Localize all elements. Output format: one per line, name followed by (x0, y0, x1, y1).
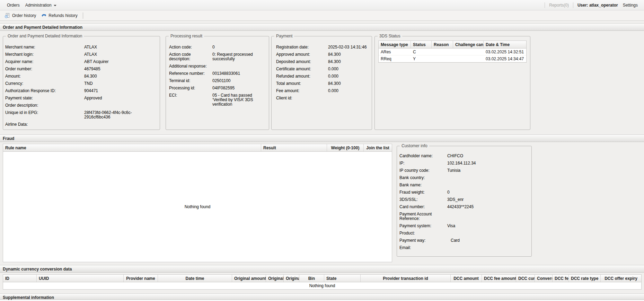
field-label: Terminal id: (169, 79, 212, 83)
column-header-challenge-cancel[interactable]: Challenge cancel (453, 41, 484, 48)
column-header-result[interactable]: Result (261, 144, 327, 151)
table-row[interactable]: RReq Y 03.02.2025 14:34:47 (379, 55, 526, 62)
field-row: Bank name: (399, 183, 529, 187)
column-header-id[interactable]: ID (3, 275, 37, 282)
column-header-original-currency[interactable]: Original c (284, 275, 299, 282)
field-row: Additional response: (169, 64, 266, 69)
field-value: 3DS_enr (447, 197, 464, 202)
column-header-reason[interactable]: Reason (432, 41, 453, 48)
toolbar: Order history Refunds history (0, 10, 644, 21)
payment-legend: Payment (274, 34, 294, 38)
column-header-weight[interactable]: Weight (0-100) (327, 144, 364, 151)
order-detail-legend: Order and Payment Detailed Information (6, 34, 84, 38)
field-row: Airline Data: (5, 122, 157, 127)
tds-status-table: Message type Status Reason Challenge can… (378, 41, 527, 63)
field-label: IP country code: (399, 168, 447, 173)
column-header-original-fee[interactable]: Original f (266, 275, 284, 282)
field-label: Order description: (5, 103, 84, 108)
menu-administration-label: Administration (25, 3, 52, 8)
column-header-provider-transaction-id[interactable]: Provider transaction id (361, 275, 451, 282)
fraud-table-header: Rule name Result Weight (0-100) Join the… (3, 144, 392, 152)
column-header-status[interactable]: Status (411, 41, 432, 48)
field-label: Payment Account Reference: (399, 212, 438, 221)
field-label: Certificate amount: (276, 67, 328, 71)
field-row: Card number:442433**2245 (399, 205, 529, 209)
refunds-history-icon (41, 13, 46, 18)
field-label: Payment system: (399, 224, 447, 228)
column-header-dcc-offer-expiry[interactable]: DCC offer expiry (601, 275, 641, 282)
field-label: Client id: (276, 96, 328, 100)
column-header-bin[interactable]: Bin (299, 275, 324, 282)
field-value: 2025-02-03 14:31:46 (328, 45, 367, 50)
column-header-dcc-amount[interactable]: DCC amount (451, 275, 482, 282)
field-value: 0 (447, 190, 450, 195)
cell-status: Y (411, 55, 432, 62)
field-label: Card number: (399, 205, 447, 209)
field-value: 84.300 (84, 74, 97, 79)
supplemental-section-title: Supplemental information (3, 295, 54, 300)
menubar: Orders Administration Reports(0) User: a… (0, 0, 644, 10)
column-header-uuid[interactable]: UUID (37, 275, 124, 282)
field-label: Authorization Response ID: (5, 89, 84, 93)
column-header-message-type[interactable]: Message type (379, 41, 411, 48)
menu-settings[interactable]: Settings (622, 1, 638, 9)
field-value: 442433**2245 (447, 205, 474, 209)
field-value: ATLAX (84, 52, 97, 57)
column-header-provider-name[interactable]: Provider name (124, 275, 158, 282)
chevron-down-icon (54, 5, 56, 6)
column-header-rule-name[interactable]: Rule name (3, 144, 261, 151)
column-header-dcc-fee[interactable]: DCC fee (553, 275, 569, 282)
field-label: Registration date: (276, 45, 328, 50)
field-label: Fee amount: (276, 89, 328, 93)
field-row: Processing id:04IF082595 (169, 86, 266, 90)
field-label: Product: (399, 231, 447, 236)
column-header-conversion-rate[interactable]: Conversi (535, 275, 553, 282)
field-row: Payment Account Reference: (399, 212, 529, 221)
column-header-state[interactable]: State (324, 275, 361, 282)
field-label: Payment state: (5, 96, 84, 100)
field-label: Airline Data: (5, 122, 84, 127)
cell-challenge-cancel (453, 55, 484, 62)
column-header-join-the-list[interactable]: Join the list (364, 144, 392, 151)
field-label: Fraud weight: (399, 190, 447, 195)
field-label: Refunded amount: (276, 74, 328, 79)
cell-status: C (411, 48, 432, 55)
field-value: Visa (447, 224, 455, 228)
dcc-empty-message: Nothing found (3, 282, 641, 289)
menubar-separator (545, 2, 545, 8)
supplemental-section-header: Supplemental information (0, 293, 644, 300)
menu-orders[interactable]: Orders (4, 1, 23, 9)
order-history-button[interactable]: Order history (2, 12, 38, 19)
order-section-title: Order and Payment Detailed Information (3, 25, 82, 30)
field-value: 0.000 (328, 74, 338, 79)
menu-orders-label: Orders (7, 3, 20, 8)
field-row: 3DS/SSL:3DS_enr (399, 197, 529, 202)
order-history-label: Order history (12, 13, 36, 18)
cell-reason (432, 48, 453, 55)
field-label: Order number: (5, 67, 84, 71)
fraud-section-title: Fraud (3, 136, 14, 141)
column-header-original-amount[interactable]: Original amount (232, 275, 266, 282)
cell-reason (432, 55, 453, 62)
menu-administration[interactable]: Administration (23, 1, 59, 9)
column-header-dcc-currency[interactable]: DCC curr (516, 275, 535, 282)
field-row: ECI:05 - Card has passed ‘Verified by VI… (169, 93, 266, 107)
field-row: Acquirer name:ABT Acquirer (5, 60, 157, 64)
field-value: 84.300 (328, 52, 341, 57)
table-row[interactable]: ARes C 03.02.2025 14:32:51 (379, 48, 526, 55)
cell-message-type: RReq (379, 55, 411, 62)
refunds-history-button[interactable]: Refunds history (38, 12, 80, 19)
field-row: Payment way:Card (399, 238, 529, 243)
column-header-dcc-fee-amount[interactable]: DCC fee amount (482, 275, 516, 282)
field-label: Bank name: (399, 183, 447, 187)
column-header-date-time[interactable]: Date time (158, 275, 232, 282)
field-label: IP: (399, 161, 447, 166)
column-header-dcc-rate-type[interactable]: DCC rate type (569, 275, 601, 282)
field-row: Certificate amount:0.000 (276, 67, 369, 71)
order-detail-panel: Order and Payment Detailed Information M… (3, 36, 160, 130)
column-header-date-time[interactable]: Date & Time (484, 41, 526, 48)
field-label: Bank country: (399, 176, 447, 180)
field-row: Currency:TND (5, 81, 157, 86)
field-label: Action code: (169, 45, 212, 50)
field-value: 102.164.112.34 (447, 161, 476, 166)
